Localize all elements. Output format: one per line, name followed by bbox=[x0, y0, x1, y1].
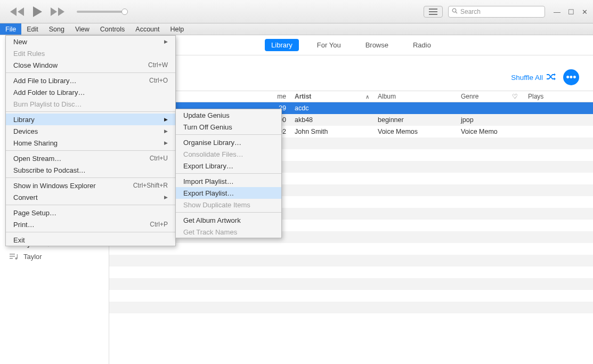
shuffle-label: Shuffle All bbox=[511, 74, 543, 82]
playlist-icon bbox=[10, 253, 18, 260]
column-loved[interactable]: ♡ bbox=[508, 91, 524, 102]
sidebar-item-label: Taylor bbox=[23, 253, 42, 261]
shuffle-all-button[interactable]: Shuffle All bbox=[511, 73, 556, 82]
menu-item-update-genius[interactable]: Update Genius bbox=[176, 109, 281, 121]
cell-artist: acdc bbox=[290, 104, 373, 112]
menu-item-print[interactable]: Print…Ctrl+P bbox=[6, 219, 175, 230]
chevron-right-icon: ▶ bbox=[164, 195, 168, 200]
chevron-right-icon: ▶ bbox=[164, 140, 168, 145]
svg-rect-19 bbox=[17, 254, 18, 258]
cell-genre: jpop bbox=[457, 116, 508, 124]
maximize-icon[interactable]: ☐ bbox=[568, 8, 574, 16]
svg-rect-15 bbox=[10, 254, 15, 255]
search-placeholder: Search bbox=[460, 8, 481, 15]
menu-item-show-in-windows-explorer[interactable]: Show in Windows ExplorerCtrl+Shift+R bbox=[6, 180, 175, 191]
column-artist[interactable]: Artist ∧ bbox=[290, 91, 373, 102]
menu-item-export-playlist[interactable]: Export Playlist… bbox=[176, 187, 281, 199]
tab-browse[interactable]: Browse bbox=[359, 39, 395, 51]
svg-marker-2 bbox=[33, 6, 42, 17]
menu-file[interactable]: File bbox=[0, 23, 21, 35]
menu-separator bbox=[6, 72, 175, 73]
menu-item-burn-playlist-to-disc: Burn Playlist to Disc… bbox=[6, 98, 175, 110]
svg-rect-6 bbox=[429, 11, 437, 12]
minimize-icon[interactable]: — bbox=[554, 8, 560, 16]
table-row bbox=[109, 243, 593, 255]
menu-song[interactable]: Song bbox=[44, 23, 70, 35]
menu-item-devices[interactable]: Devices▶ bbox=[6, 125, 175, 137]
ellipsis-icon: ••• bbox=[566, 72, 576, 83]
submenu-library: Update GeniusTurn Off GeniusOrganise Lib… bbox=[175, 109, 282, 238]
menu-separator bbox=[176, 212, 281, 213]
menu-controls[interactable]: Controls bbox=[95, 23, 131, 35]
svg-rect-5 bbox=[429, 9, 437, 10]
column-genre[interactable]: Genre bbox=[457, 91, 508, 102]
menu-help[interactable]: Help bbox=[165, 23, 190, 35]
table-row bbox=[109, 290, 593, 302]
menu-item-show-duplicate-items: Show Duplicate Items bbox=[176, 199, 281, 211]
svg-marker-4 bbox=[58, 7, 64, 16]
menu-item-get-album-artwork[interactable]: Get Album Artwork bbox=[176, 214, 281, 226]
heart-icon: ♡ bbox=[512, 93, 518, 100]
menu-item-library[interactable]: Library▶ bbox=[6, 114, 175, 125]
menu-item-home-sharing[interactable]: Home Sharing▶ bbox=[6, 137, 175, 149]
menu-item-convert[interactable]: Convert▶ bbox=[6, 191, 175, 203]
menu-item-subscribe-to-podcast[interactable]: Subscribe to Podcast… bbox=[6, 164, 175, 176]
cell-album: beginner bbox=[373, 116, 457, 124]
menu-separator bbox=[176, 173, 281, 174]
menu-item-import-playlist[interactable]: Import Playlist… bbox=[176, 175, 281, 187]
menu-item-get-track-names: Get Track Names bbox=[176, 226, 281, 238]
menu-item-close-window[interactable]: Close WindowCtrl+W bbox=[6, 59, 175, 71]
svg-point-8 bbox=[452, 9, 456, 12]
titlebar-right: Search — ☐ ✕ bbox=[424, 0, 590, 23]
menu-separator bbox=[6, 150, 175, 151]
table-row bbox=[109, 278, 593, 290]
menu-separator bbox=[176, 134, 281, 135]
sort-asc-icon: ∧ bbox=[365, 94, 369, 100]
svg-rect-16 bbox=[10, 256, 15, 257]
menu-item-organise-library[interactable]: Organise Library… bbox=[176, 136, 281, 148]
menu-item-add-file-to-library[interactable]: Add File to Library…Ctrl+O bbox=[6, 75, 175, 86]
table-row bbox=[109, 302, 593, 313]
menu-item-new[interactable]: New▶ bbox=[6, 36, 175, 47]
menu-item-consolidate-files: Consolidate Files… bbox=[176, 148, 281, 160]
svg-marker-0 bbox=[10, 7, 17, 16]
tab-library[interactable]: Library bbox=[265, 39, 299, 51]
cell-album: Voice Memos bbox=[373, 128, 457, 135]
next-track-icon[interactable] bbox=[50, 7, 65, 17]
menu-account[interactable]: Account bbox=[130, 23, 165, 35]
shuffle-icon bbox=[546, 73, 556, 82]
tab-radio[interactable]: Radio bbox=[407, 39, 437, 51]
svg-marker-3 bbox=[51, 7, 57, 16]
menu-separator bbox=[6, 205, 175, 205]
svg-rect-7 bbox=[429, 14, 437, 15]
more-actions-button[interactable]: ••• bbox=[563, 69, 579, 85]
cell-artist: John Smith bbox=[290, 128, 373, 135]
search-input[interactable]: Search bbox=[448, 6, 545, 18]
play-icon[interactable] bbox=[32, 6, 43, 18]
window-controls: — ☐ ✕ bbox=[554, 8, 588, 16]
titlebar: Search — ☐ ✕ bbox=[0, 0, 593, 23]
chevron-right-icon: ▶ bbox=[164, 39, 168, 44]
menu-edit[interactable]: Edit bbox=[21, 23, 44, 35]
close-icon[interactable]: ✕ bbox=[582, 8, 588, 16]
list-view-button[interactable] bbox=[424, 6, 443, 18]
cell-artist: akb48 bbox=[290, 116, 373, 124]
playback-controls bbox=[10, 6, 65, 18]
menu-item-exit[interactable]: Exit bbox=[6, 234, 175, 246]
menu-separator bbox=[6, 111, 175, 112]
menu-item-page-setup[interactable]: Page Setup… bbox=[6, 207, 175, 219]
table-row bbox=[109, 266, 593, 278]
previous-track-icon[interactable] bbox=[10, 7, 25, 17]
sidebar-item-taylor[interactable]: Taylor bbox=[0, 250, 109, 263]
table-row bbox=[109, 255, 593, 266]
volume-slider[interactable] bbox=[77, 11, 125, 13]
table-header: me Artist ∧ Album Genre ♡ Plays bbox=[109, 91, 593, 102]
column-plays[interactable]: Plays bbox=[524, 91, 556, 102]
menu-item-open-stream[interactable]: Open Stream…Ctrl+U bbox=[6, 152, 175, 164]
menu-item-export-library[interactable]: Export Library… bbox=[176, 160, 281, 172]
column-album[interactable]: Album bbox=[373, 91, 457, 102]
menu-item-add-folder-to-library[interactable]: Add Folder to Library… bbox=[6, 86, 175, 98]
menu-item-turn-off-genius[interactable]: Turn Off Genius bbox=[176, 121, 281, 133]
tab-for-you[interactable]: For You bbox=[311, 39, 347, 51]
menu-view[interactable]: View bbox=[70, 23, 95, 35]
